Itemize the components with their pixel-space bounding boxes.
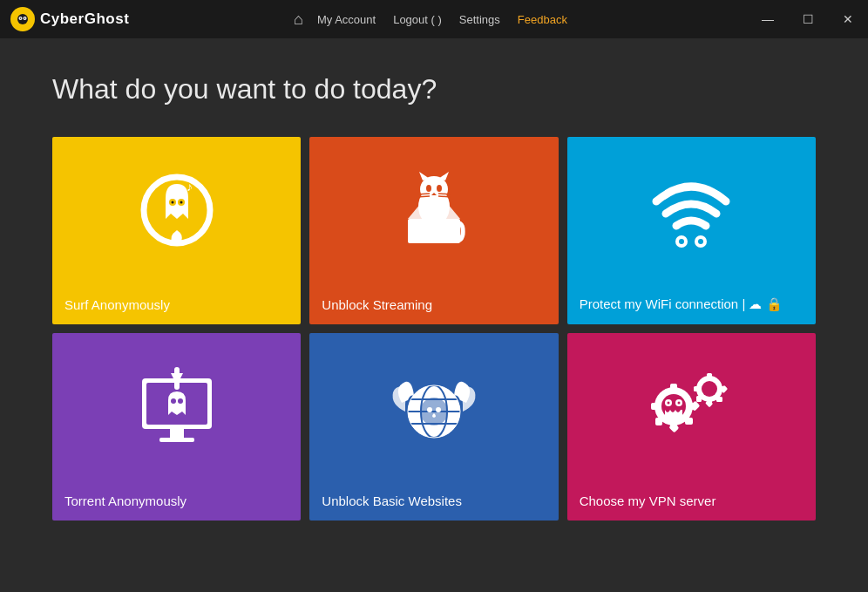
cyberghost-logo-svg [13, 10, 32, 29]
svg-point-10 [180, 201, 182, 204]
surf-anonymously-tile[interactable]: ♪ Surf Anonymously [52, 137, 301, 324]
websites-icon [386, 361, 482, 475]
svg-rect-67 [716, 397, 722, 402]
titlebar: CyberGhost ⌂ My Account Logout ( ) Setti… [0, 0, 868, 38]
svg-point-27 [698, 239, 703, 244]
svg-rect-62 [707, 373, 712, 379]
page-headline: What do you want to do today? [52, 73, 816, 105]
websites-tile-label: Unblock Basic Websites [322, 493, 462, 508]
svg-rect-48 [670, 384, 677, 391]
settings-link[interactable]: Settings [452, 10, 507, 30]
svg-point-45 [436, 407, 441, 412]
main-content: What do you want to do today? ♪ [0, 38, 868, 547]
svg-line-21 [417, 196, 430, 197]
svg-point-9 [171, 201, 173, 204]
logout-link[interactable]: Logout ( ) [386, 10, 449, 30]
home-icon[interactable]: ⌂ [294, 10, 303, 29]
svg-rect-69 [696, 396, 702, 402]
logout-paren: ) [437, 13, 441, 26]
protect-wifi-tile[interactable]: Protect my WiFi connection | ☁ 🔒 [567, 137, 816, 324]
websites-tile[interactable]: Unblock Basic Websites [309, 333, 558, 521]
vpn-tile[interactable]: Choose my VPN server [567, 333, 816, 521]
svg-point-58 [668, 402, 670, 405]
stream-icon-svg [386, 165, 482, 261]
unblock-streaming-tile[interactable]: Unblock Streaming [309, 137, 558, 324]
torrent-tile[interactable]: Torrent Anonymously [52, 333, 301, 521]
svg-point-18 [437, 185, 442, 192]
svg-rect-51 [651, 403, 659, 410]
close-button[interactable]: ✕ [828, 0, 868, 38]
svg-point-4 [20, 17, 22, 19]
torrent-icon-svg [129, 361, 225, 457]
svg-rect-53 [685, 418, 693, 425]
tile-grid: ♪ Surf Anonymously [52, 137, 816, 521]
vpn-icon-svg [643, 361, 739, 457]
maximize-button[interactable]: ☐ [788, 0, 828, 38]
svg-rect-30 [170, 429, 184, 438]
my-account-link[interactable]: My Account [310, 10, 383, 30]
svg-point-33 [178, 398, 183, 404]
wifi-icon-svg [643, 165, 739, 261]
wifi-tile-label: Protect my WiFi connection | ☁ 🔒 [580, 296, 783, 312]
stream-tile-label: Unblock Streaming [322, 297, 432, 312]
surf-icon: ♪ [129, 165, 225, 279]
svg-rect-65 [694, 386, 700, 391]
torrent-icon [129, 361, 225, 475]
svg-line-23 [438, 196, 451, 197]
logo-text: CyberGhost [40, 10, 129, 28]
svg-point-26 [679, 239, 684, 244]
logo-icon [10, 7, 35, 31]
svg-point-32 [171, 398, 176, 404]
stream-icon [386, 165, 482, 279]
wifi-icon [643, 165, 739, 279]
logo-area: CyberGhost [10, 7, 129, 31]
svg-point-17 [426, 185, 431, 192]
window-controls: — ☐ ✕ [748, 0, 868, 38]
vpn-tile-label: Choose my VPN server [580, 493, 716, 508]
svg-point-43 [420, 398, 448, 425]
svg-line-20 [417, 194, 430, 194]
surf-icon-svg: ♪ [129, 165, 225, 261]
minimize-button[interactable]: — [748, 0, 788, 38]
websites-icon-svg [386, 361, 482, 457]
svg-line-22 [438, 194, 451, 194]
nav-items: ⌂ My Account Logout ( ) Settings Feedbac… [294, 10, 574, 30]
vpn-icon [643, 361, 739, 475]
surf-tile-label: Surf Anonymously [64, 297, 170, 312]
svg-point-59 [678, 402, 681, 405]
svg-rect-55 [655, 418, 662, 425]
logout-label: Logout ( [393, 13, 435, 26]
torrent-tile-label: Torrent Anonymously [64, 493, 186, 508]
svg-rect-31 [159, 438, 194, 442]
svg-point-61 [702, 381, 717, 397]
svg-point-5 [24, 17, 26, 19]
feedback-link[interactable]: Feedback [511, 10, 574, 30]
svg-point-44 [427, 407, 432, 412]
svg-text:♪: ♪ [186, 180, 193, 194]
